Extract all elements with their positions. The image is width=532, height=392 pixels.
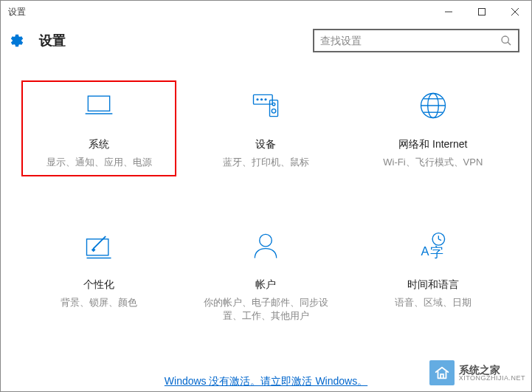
svg-line-22 bbox=[94, 236, 106, 249]
svg-rect-6 bbox=[88, 96, 109, 111]
tile-desc: Wi-Fi、飞行模式、VPN bbox=[376, 156, 490, 169]
page-title: 设置 bbox=[39, 32, 66, 49]
header: 设置 bbox=[1, 23, 531, 58]
watermark-logo-icon bbox=[429, 360, 455, 385]
svg-point-10 bbox=[261, 99, 263, 100]
svg-rect-1 bbox=[478, 9, 485, 16]
svg-point-11 bbox=[266, 99, 267, 100]
svg-text:字: 字 bbox=[430, 244, 443, 260]
close-button[interactable] bbox=[498, 1, 531, 23]
titlebar: 设置 bbox=[1, 1, 531, 23]
svg-point-13 bbox=[273, 103, 276, 106]
svg-point-23 bbox=[260, 235, 272, 247]
laptop-icon bbox=[81, 88, 117, 123]
close-icon bbox=[511, 8, 519, 16]
watermark-title: 系统之家 bbox=[459, 365, 525, 375]
gear-icon bbox=[10, 33, 24, 48]
svg-rect-20 bbox=[87, 239, 108, 255]
maximize-icon bbox=[478, 8, 486, 16]
person-icon bbox=[248, 228, 283, 264]
search-box[interactable] bbox=[313, 29, 519, 52]
tile-personalization[interactable]: 个性化 背景、锁屏、颜色 bbox=[21, 221, 176, 330]
activation-link[interactable]: Windows 没有激活。请立即激活 Windows。 bbox=[165, 375, 367, 387]
devices-icon bbox=[248, 88, 283, 123]
search-icon bbox=[500, 35, 512, 47]
search-input[interactable] bbox=[320, 35, 500, 47]
tile-title: 时间和语言 bbox=[407, 278, 459, 292]
tile-accounts[interactable]: 帐户 你的帐户、电子邮件、同步设置、工作、其他用户 bbox=[188, 221, 343, 330]
svg-point-9 bbox=[258, 99, 259, 100]
window-controls bbox=[432, 1, 531, 23]
watermark-url: XITONGZHIJIA.NET bbox=[459, 375, 525, 382]
svg-line-5 bbox=[508, 42, 511, 45]
tile-title: 设备 bbox=[255, 138, 276, 151]
personalization-icon bbox=[81, 228, 117, 264]
minimize-button[interactable] bbox=[432, 1, 465, 23]
svg-line-26 bbox=[438, 239, 441, 241]
tile-desc: 语音、区域、日期 bbox=[387, 296, 479, 309]
time-language-icon: A字 bbox=[415, 228, 451, 264]
tile-devices[interactable]: 设备 蓝牙、打印机、鼠标 bbox=[188, 80, 343, 176]
maximize-button[interactable] bbox=[465, 1, 498, 23]
svg-point-14 bbox=[272, 109, 277, 114]
tile-title: 个性化 bbox=[83, 278, 114, 292]
globe-icon bbox=[415, 88, 451, 123]
window-title: 设置 bbox=[8, 6, 26, 18]
tile-desc: 蓝牙、打印机、鼠标 bbox=[215, 156, 317, 169]
tile-desc: 你的帐户、电子邮件、同步设置、工作、其他用户 bbox=[196, 296, 336, 323]
tile-title: 网络和 Internet bbox=[398, 138, 467, 151]
svg-text:A: A bbox=[421, 244, 429, 258]
tile-network[interactable]: 网络和 Internet Wi-Fi、飞行模式、VPN bbox=[356, 80, 511, 176]
minimize-icon bbox=[445, 8, 452, 16]
tile-title: 帐户 bbox=[255, 278, 276, 292]
tile-title: 系统 bbox=[89, 138, 109, 151]
svg-point-4 bbox=[502, 36, 508, 43]
tile-time-language[interactable]: A字 时间和语言 语音、区域、日期 bbox=[356, 221, 511, 330]
tile-desc: 显示、通知、应用、电源 bbox=[39, 156, 159, 169]
watermark: 系统之家 XITONGZHIJIA.NET bbox=[429, 360, 525, 385]
tile-system[interactable]: 系统 显示、通知、应用、电源 bbox=[21, 80, 176, 176]
tile-grid: 系统 显示、通知、应用、电源 设备 蓝牙、打印机、鼠标 网络和 Internet… bbox=[1, 58, 531, 388]
svg-point-24 bbox=[432, 233, 445, 246]
tile-desc: 背景、锁屏、颜色 bbox=[53, 296, 145, 309]
